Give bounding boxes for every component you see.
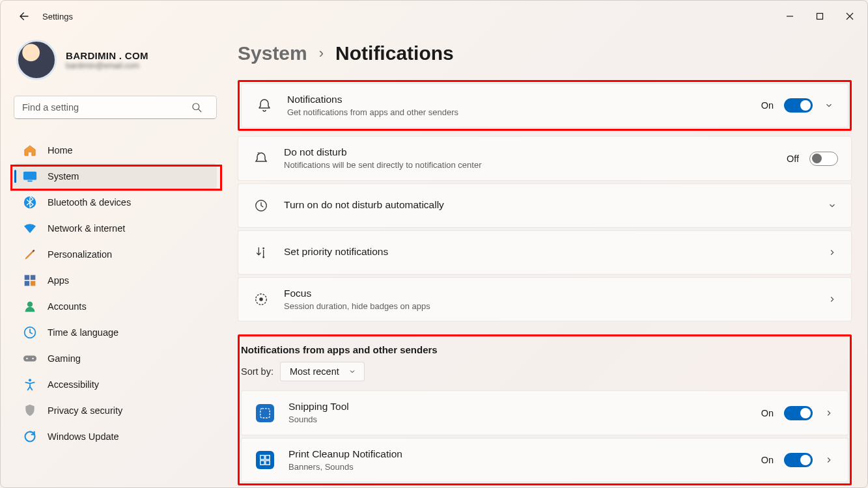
setting-title: Turn on do not disturb automatically (284, 198, 444, 212)
setting-sub: Get notifications from apps and other se… (287, 107, 458, 118)
title-bar: Settings (1, 1, 867, 32)
bluetooth-icon (23, 195, 37, 210)
nav: Home System Bluetooth & devices Network … (14, 137, 217, 450)
nav-privacy[interactable]: Privacy & security (14, 398, 217, 424)
svg-rect-8 (31, 275, 36, 280)
nav-accounts[interactable]: Accounts (14, 293, 217, 319)
app-print-cleanup[interactable]: Print Cleanup Notification Banners, Soun… (241, 438, 848, 482)
search-input[interactable] (14, 96, 217, 119)
profile-block[interactable]: BARDIMIN . COM bardimin@email.com (14, 37, 212, 92)
nav-label: Apps (48, 275, 69, 286)
setting-title: Notifications (287, 93, 458, 107)
setting-auto-dnd[interactable]: Turn on do not disturb automatically (238, 183, 852, 228)
nav-personalization[interactable]: Personalization (14, 241, 217, 267)
sort-dropdown[interactable]: Most recent (280, 362, 365, 381)
minimize-button[interactable] (775, 3, 805, 29)
svg-point-14 (26, 358, 27, 359)
setting-notifications[interactable]: Notifications Get notifications from app… (241, 83, 848, 128)
nav-gaming[interactable]: Gaming (14, 346, 217, 372)
setting-focus[interactable]: Focus Session duration, hide badges on a… (238, 277, 852, 321)
maximize-button[interactable] (805, 3, 835, 29)
app-icon (256, 451, 274, 469)
nav-windows-update[interactable]: Windows Update (14, 424, 217, 450)
nav-accessibility[interactable]: Accessibility (14, 372, 217, 398)
nav-label: Privacy & security (48, 405, 122, 416)
app-sub: Banners, Sounds (288, 461, 402, 473)
setting-dnd[interactable]: z Do not disturb Notifications will be s… (238, 136, 852, 180)
toggle-state: On (761, 455, 774, 465)
search-box (14, 96, 212, 119)
nav-apps[interactable]: Apps (14, 267, 217, 293)
paintbrush-icon (23, 247, 37, 262)
chevron-down-icon (348, 368, 356, 375)
setting-sub: Session duration, hide badges on apps (284, 301, 430, 312)
chevron-right-icon[interactable] (826, 293, 838, 305)
nav-label: Gaming (48, 353, 81, 364)
nav-label: System (48, 171, 79, 182)
clock-icon (253, 197, 270, 214)
svg-rect-9 (25, 281, 30, 286)
chevron-down-icon[interactable] (826, 200, 838, 211)
nav-label: Windows Update (48, 431, 119, 442)
gamepad-icon (23, 351, 37, 366)
update-icon (23, 429, 37, 444)
breadcrumb-parent[interactable]: System (238, 42, 307, 64)
setting-title: Focus (284, 287, 430, 301)
svg-rect-5 (27, 180, 32, 182)
dnd-bell-icon: z (253, 150, 270, 167)
svg-point-11 (27, 302, 33, 307)
setting-title: Set priority notifications (284, 245, 388, 259)
arrow-left-icon (18, 10, 30, 22)
highlight-box-apps-section: Notifications from apps and other sender… (238, 334, 852, 485)
sidebar: BARDIMIN . COM bardimin@email.com Home S… (1, 32, 222, 487)
avatar (16, 40, 57, 80)
svg-point-21 (262, 256, 264, 258)
focus-icon (253, 291, 270, 308)
sort-value: Most recent (290, 366, 339, 377)
nav-network[interactable]: Network & internet (14, 215, 217, 241)
nav-system[interactable]: System (14, 163, 217, 189)
chevron-down-icon[interactable] (823, 100, 835, 111)
setting-priority[interactable]: Set priority notifications (238, 230, 852, 275)
maximize-icon (816, 12, 824, 20)
toggle-state: Off (787, 154, 799, 164)
svg-rect-28 (266, 461, 270, 465)
person-icon (23, 299, 37, 314)
chevron-right-icon: › (319, 45, 324, 62)
nav-home[interactable]: Home (14, 137, 217, 163)
nav-label: Accounts (48, 301, 87, 312)
svg-rect-4 (23, 172, 36, 180)
clock-globe-icon (23, 325, 37, 340)
chevron-right-icon[interactable] (823, 407, 835, 419)
setting-title: Do not disturb (284, 146, 481, 159)
home-icon (23, 143, 37, 157)
toggle-state: On (761, 100, 774, 111)
setting-sub: Notifications will be sent directly to n… (284, 159, 481, 171)
breadcrumb: System › Notifications (238, 37, 852, 80)
chevron-right-icon[interactable] (823, 454, 835, 466)
svg-text:z: z (257, 151, 260, 156)
dnd-toggle[interactable] (809, 152, 838, 166)
nav-time-language[interactable]: Time & language (14, 319, 217, 346)
nav-label: Network & internet (48, 223, 125, 234)
notifications-toggle[interactable] (784, 98, 813, 113)
chevron-right-icon[interactable] (826, 247, 838, 258)
app-title: Settings (42, 12, 73, 21)
app-toggle[interactable] (784, 453, 813, 467)
app-icon (256, 404, 274, 422)
nav-label: Accessibility (48, 379, 99, 390)
bell-icon (256, 97, 273, 114)
wifi-icon (23, 221, 37, 236)
svg-point-20 (262, 247, 264, 249)
highlight-box-notifications: Notifications Get notifications from app… (238, 80, 852, 131)
svg-rect-13 (23, 355, 36, 361)
close-button[interactable] (835, 3, 865, 29)
back-button[interactable] (11, 3, 37, 29)
svg-rect-27 (260, 461, 264, 465)
nav-bluetooth[interactable]: Bluetooth & devices (14, 189, 217, 215)
profile-name: BARDIMIN . COM (66, 50, 148, 61)
app-snipping-tool[interactable]: Snipping Tool Sounds On (241, 390, 848, 435)
accessibility-icon (23, 377, 37, 392)
app-toggle[interactable] (784, 406, 813, 420)
nav-label: Bluetooth & devices (48, 197, 131, 208)
